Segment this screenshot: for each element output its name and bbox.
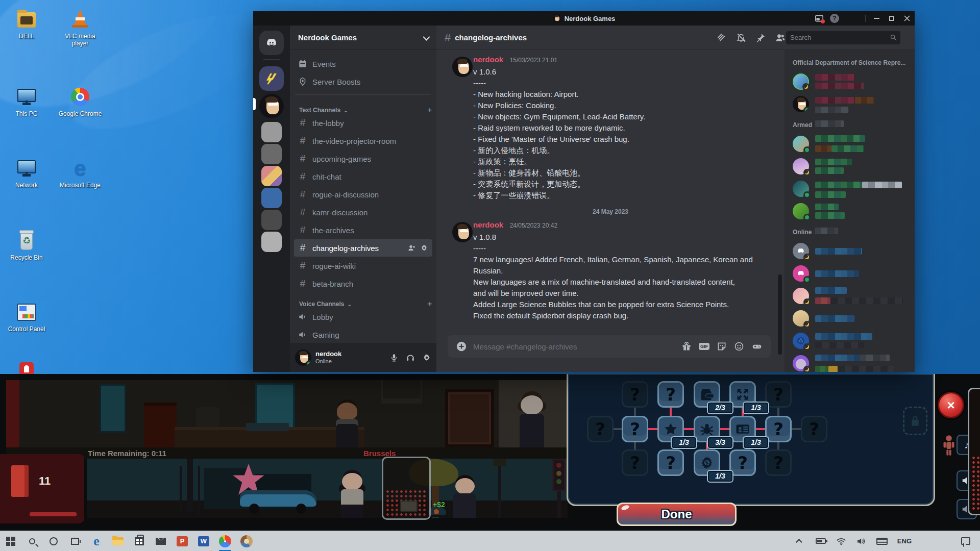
create-channel-icon[interactable]: +: [427, 105, 432, 115]
tech-node-unknown[interactable]: ?: [622, 449, 648, 476]
invite-person-icon[interactable]: [408, 244, 416, 252]
taskbar-word[interactable]: W: [193, 531, 214, 551]
search-input[interactable]: Search: [786, 31, 900, 44]
tray-chevron-up[interactable]: [791, 531, 810, 551]
notifications-off-icon[interactable]: [736, 33, 746, 43]
gift-icon[interactable]: [681, 341, 692, 352]
create-channel-icon[interactable]: +: [427, 299, 432, 309]
threads-icon[interactable]: [717, 33, 727, 43]
member-list-icon[interactable]: [775, 33, 786, 43]
member-row[interactable]: [793, 178, 911, 200]
tech-node-unknown[interactable]: ?: [587, 416, 614, 442]
server-icon-censored[interactable]: [261, 122, 282, 142]
desktop-icon-network[interactable]: Network: [3, 157, 50, 189]
tech-node-unknown[interactable]: ?: [622, 416, 648, 442]
channel-rogue-ai-wiki[interactable]: #rogue-ai-wiki: [294, 257, 432, 274]
settings-gear-icon[interactable]: [422, 353, 431, 362]
channel-the-archives[interactable]: #the-archives: [294, 221, 432, 239]
server-icon-censored[interactable]: [261, 188, 282, 208]
voice-channel-lobby[interactable]: Lobby: [294, 308, 432, 325]
voice-channel-gaming[interactable]: Gaming: [294, 326, 432, 343]
member-row[interactable]: [793, 285, 911, 307]
channel-the-lobby[interactable]: #the-lobby: [294, 114, 432, 132]
maximize-button[interactable]: [884, 11, 899, 26]
desktop-icon-dell[interactable]: DELL: [3, 8, 50, 40]
close-dialog-button[interactable]: ×: [938, 392, 964, 418]
server-icon-censored[interactable]: [261, 210, 282, 230]
desktop-icon-vlc[interactable]: VLC media player: [57, 8, 104, 47]
gif-icon[interactable]: GIF: [699, 343, 709, 350]
channel-changelog-archives[interactable]: # changelog-archives: [294, 239, 432, 257]
member-row[interactable]: [793, 155, 911, 178]
tray-volume[interactable]: [852, 531, 871, 551]
channel-beta-branch[interactable]: #beta-branch: [294, 275, 432, 292]
done-button[interactable]: Done: [617, 503, 737, 526]
member-row[interactable]: [793, 307, 911, 330]
voice-channels-header[interactable]: Voice Channels ⌄ +: [290, 293, 436, 308]
message-avatar[interactable]: [452, 57, 473, 77]
channel-the-video-projector-room[interactable]: #the-video-projector-room: [294, 132, 432, 149]
microphone-icon[interactable]: [389, 353, 399, 362]
message-composer[interactable]: Message #changelog-archives GIF: [448, 335, 771, 358]
taskbar-powerpoint[interactable]: P: [172, 531, 193, 551]
taskbar-file-explorer[interactable]: [107, 531, 129, 551]
sidebar-item-events[interactable]: Events: [294, 55, 432, 72]
member-row[interactable]: [793, 200, 911, 222]
pinned-messages-icon[interactable]: [755, 33, 766, 43]
discord-home-button[interactable]: [259, 31, 284, 55]
sticker-icon[interactable]: [717, 341, 727, 352]
cortana-button[interactable]: [43, 531, 64, 551]
tech-node-unknown[interactable]: ?: [765, 449, 792, 476]
minimize-button[interactable]: [869, 11, 884, 26]
game-controller-icon[interactable]: [751, 341, 763, 352]
close-button[interactable]: [899, 11, 915, 26]
server-icon-censored[interactable]: [261, 144, 282, 164]
action-center-button[interactable]: [957, 531, 975, 551]
member-row[interactable]: [793, 262, 911, 285]
sidebar-item-server-boosts[interactable]: Server Boosts: [294, 73, 432, 90]
composer-placeholder[interactable]: Message #changelog-archives: [473, 342, 675, 351]
server-icon-censored[interactable]: [261, 166, 282, 186]
policies-hud[interactable]: 11: [0, 454, 84, 523]
inbox-icon[interactable]: [812, 11, 827, 26]
user-avatar[interactable]: [295, 349, 311, 366]
taskbar-mail[interactable]: [150, 531, 172, 551]
member-row[interactable]: [793, 352, 911, 372]
attach-plus-icon[interactable]: [456, 341, 467, 352]
taskbar-game[interactable]: [236, 531, 257, 551]
message-author[interactable]: nerdook: [473, 55, 503, 64]
start-button[interactable]: [0, 531, 21, 551]
text-channels-header[interactable]: Text Channels ⌄ +: [290, 99, 436, 114]
tray-touch-keyboard[interactable]: [873, 531, 891, 551]
channel-upcoming-games[interactable]: #upcoming-games: [294, 150, 432, 167]
tech-node-unknown[interactable]: question?: [622, 381, 648, 408]
member-row[interactable]: [793, 93, 911, 115]
taskbar-search-button[interactable]: [21, 531, 43, 551]
server-icon-nerdook[interactable]: [259, 94, 284, 118]
desktop-icon-edge[interactable]: e Microsoft Edge: [57, 157, 104, 189]
desktop-icon-chrome[interactable]: Google Chrome: [57, 86, 104, 117]
emoji-icon[interactable]: [734, 341, 744, 352]
taskbar-edge[interactable]: e: [86, 531, 107, 551]
desktop-icon-this-pc[interactable]: This PC: [3, 86, 50, 117]
chat-scrollbar[interactable]: [778, 274, 782, 355]
tech-node-unknown[interactable]: ?: [657, 381, 684, 408]
desktop-icon-control-panel[interactable]: Control Panel: [3, 301, 50, 333]
tray-wifi[interactable]: [832, 531, 850, 551]
minion-icon[interactable]: [942, 434, 956, 457]
tech-node-locked[interactable]: [903, 407, 927, 435]
server-icon-r[interactable]: [259, 66, 284, 91]
task-view-button[interactable]: [64, 531, 86, 551]
channel-rogue-ai-discussion[interactable]: #rogue-ai-discussion: [294, 186, 432, 203]
channel-kamr-discussion[interactable]: #kamr-discussion: [294, 204, 432, 221]
taskbar-store[interactable]: [129, 531, 150, 551]
message-author[interactable]: nerdook: [473, 220, 503, 229]
headphones-icon[interactable]: [406, 353, 415, 362]
member-row[interactable]: [793, 330, 911, 352]
message-avatar[interactable]: [452, 222, 473, 242]
server-header[interactable]: Nerdook Games: [290, 26, 436, 50]
server-icon-censored[interactable]: [261, 232, 282, 252]
taskbar-chrome[interactable]: [214, 531, 236, 551]
gear-icon[interactable]: [420, 244, 428, 252]
member-row[interactable]: [793, 240, 911, 262]
